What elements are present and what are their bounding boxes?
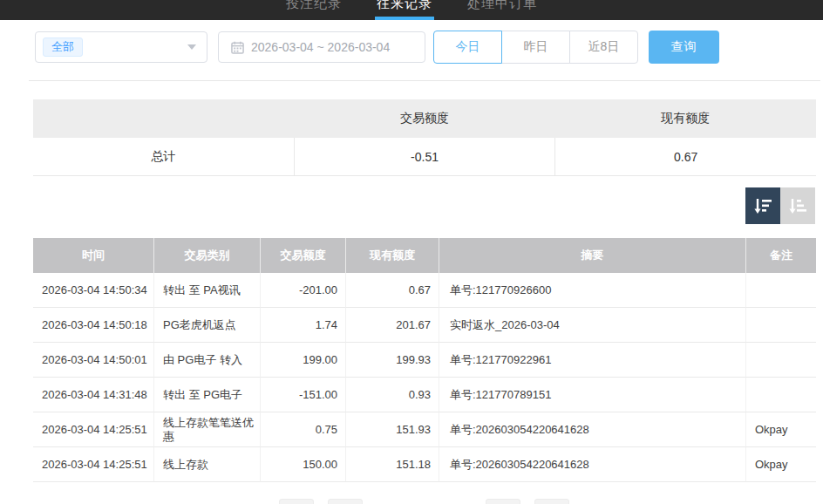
transactions-table: 时间 交易类别 交易额度 现有额度 摘要 备注 2026-03-04 14:50… xyxy=(33,238,816,482)
cell-balance: 0.93 xyxy=(345,378,439,412)
active-tab-underline xyxy=(375,17,434,20)
pagination-button-stub[interactable] xyxy=(534,499,569,504)
table-row: 2026-03-04 14:31:48 转出 至 PG电子 -151.00 0.… xyxy=(33,378,816,412)
cell-time: 2026-03-04 14:25:51 xyxy=(33,412,153,447)
top-tab-bar: 投注纪录 往来记录 处理中订单 xyxy=(0,0,823,20)
cell-summary: 单号:202603054220641628 xyxy=(439,447,745,482)
tab-betting-records[interactable]: 投注纪录 xyxy=(286,0,342,20)
summary-transaction-amount-value: -0.51 xyxy=(294,138,555,176)
summary-header-empty xyxy=(33,99,294,138)
cell-balance: 199.93 xyxy=(345,343,439,378)
sort-ascending-icon xyxy=(787,195,808,216)
query-button[interactable]: 查询 xyxy=(649,31,719,64)
cell-remark xyxy=(745,343,816,378)
pagination-button-stub[interactable] xyxy=(279,499,314,504)
cell-remark xyxy=(745,378,816,412)
cell-time: 2026-03-04 14:31:48 xyxy=(33,378,153,412)
cell-summary: 单号:121770922961 xyxy=(439,343,745,378)
cell-type: 线上存款 xyxy=(153,447,260,482)
column-header-transaction-amount: 交易额度 xyxy=(260,238,345,273)
cell-amount: -151.00 xyxy=(260,378,345,412)
cell-time: 2026-03-04 14:50:34 xyxy=(33,273,153,308)
sort-ascending-button[interactable] xyxy=(780,187,815,224)
cell-amount: 199.00 xyxy=(260,343,345,378)
cell-type: 由 PG电子 转入 xyxy=(153,343,260,378)
summary-total-label: 总计 xyxy=(33,138,294,176)
chevron-down-icon xyxy=(187,44,196,50)
date-range-picker[interactable]: 2026-03-04 ~ 2026-03-04 xyxy=(218,31,425,63)
cell-type: 转出 至 PA视讯 xyxy=(153,273,260,308)
transaction-type-select[interactable]: 全部 xyxy=(35,31,207,63)
summary-table: 交易额度 现有额度 总计 -0.51 0.67 xyxy=(33,99,816,176)
table-row: 2026-03-04 14:50:18 PG老虎机返点 1.74 201.67 … xyxy=(33,308,816,343)
summary-header-row: 交易额度 现有额度 xyxy=(33,99,816,138)
tab-label: 处理中订单 xyxy=(467,0,537,10)
cell-amount: 150.00 xyxy=(260,447,345,482)
table-row: 2026-03-04 14:50:34 转出 至 PA视讯 -201.00 0.… xyxy=(33,273,816,308)
summary-current-amount-value: 0.67 xyxy=(554,138,816,176)
cell-summary: 单号:202603054220641628 xyxy=(439,412,745,447)
selected-type-tag[interactable]: 全部 xyxy=(43,37,83,57)
tab-label: 往来记录 xyxy=(377,0,432,10)
cell-remark xyxy=(745,308,816,343)
cell-summary: 单号:121770789151 xyxy=(439,378,745,412)
sort-button-group xyxy=(745,187,815,224)
summary-header-current-amount: 现有额度 xyxy=(555,99,816,138)
cell-balance: 151.93 xyxy=(345,412,439,447)
cell-time: 2026-03-04 14:50:01 xyxy=(33,343,153,378)
cell-type: 线上存款笔笔送优惠 xyxy=(153,412,260,447)
table-body: 2026-03-04 14:50:34 转出 至 PA视讯 -201.00 0.… xyxy=(33,273,816,482)
sort-descending-icon xyxy=(752,195,773,216)
cell-summary: 单号:121770926600 xyxy=(439,273,745,308)
cell-amount: 1.74 xyxy=(260,308,345,343)
cell-remark: Okpay xyxy=(745,412,816,447)
cell-type: 转出 至 PG电子 xyxy=(153,378,260,412)
cell-time: 2026-03-04 14:50:18 xyxy=(33,308,153,343)
last-8-days-button[interactable]: 近8日 xyxy=(569,31,638,64)
cell-remark: Okpay xyxy=(745,447,816,482)
transaction-records-page: 投注纪录 往来记录 处理中订单 全部 2026-03-04 ~ 202 xyxy=(0,0,823,504)
column-header-type: 交易类别 xyxy=(153,238,260,273)
tab-label: 投注纪录 xyxy=(286,0,342,10)
cell-balance: 201.67 xyxy=(345,308,439,343)
tab-processing-orders[interactable]: 处理中订单 xyxy=(467,0,537,20)
table-header-row: 时间 交易类别 交易额度 现有额度 摘要 备注 xyxy=(33,238,816,273)
summary-header-transaction-amount: 交易额度 xyxy=(294,99,554,138)
column-header-remark: 备注 xyxy=(745,238,816,273)
calendar-icon xyxy=(231,41,244,54)
sort-descending-button[interactable] xyxy=(745,187,780,224)
cell-amount: 0.75 xyxy=(260,412,345,447)
column-header-time: 时间 xyxy=(33,238,153,273)
column-header-summary: 摘要 xyxy=(439,238,745,273)
cell-type: PG老虎机返点 xyxy=(153,308,260,343)
cell-amount: -201.00 xyxy=(260,273,345,308)
section-divider xyxy=(29,80,820,81)
cell-remark xyxy=(745,273,816,308)
yesterday-button[interactable]: 昨日 xyxy=(501,31,570,64)
date-range-value: 2026-03-04 ~ 2026-03-04 xyxy=(251,40,390,54)
table-row: 2026-03-04 14:50:01 由 PG电子 转入 199.00 199… xyxy=(33,343,816,378)
quick-date-button-group: 今日 昨日 近8日 xyxy=(433,31,638,64)
today-button[interactable]: 今日 xyxy=(433,31,502,64)
pagination-button-stub[interactable] xyxy=(486,499,520,504)
column-header-current-amount: 现有额度 xyxy=(345,238,439,273)
tab-list: 投注纪录 往来记录 处理中订单 xyxy=(0,0,823,20)
cell-time: 2026-03-04 14:25:51 xyxy=(33,447,153,482)
tab-transaction-records[interactable]: 往来记录 xyxy=(377,0,432,20)
pagination-button-stub[interactable] xyxy=(328,499,363,504)
table-row: 2026-03-04 14:25:51 线上存款笔笔送优惠 0.75 151.9… xyxy=(33,412,816,447)
table-row: 2026-03-04 14:25:51 线上存款 150.00 151.18 单… xyxy=(33,447,816,482)
cell-balance: 0.67 xyxy=(345,273,439,308)
summary-total-row: 总计 -0.51 0.67 xyxy=(33,138,816,176)
cell-summary: 实时返水_2026-03-04 xyxy=(439,308,745,343)
cell-balance: 151.18 xyxy=(345,447,439,482)
